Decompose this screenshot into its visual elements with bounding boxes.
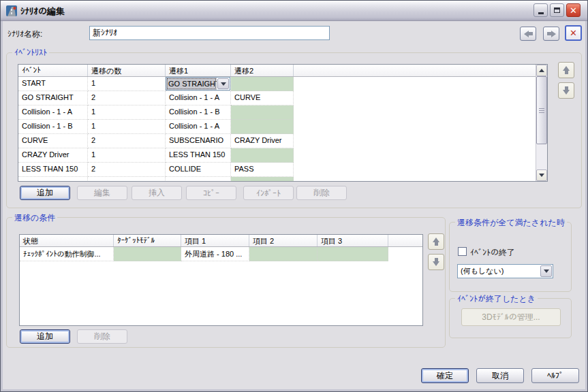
- table-cell[interactable]: 1: [88, 105, 166, 120]
- vertical-scrollbar[interactable]: [536, 65, 547, 181]
- table-cell[interactable]: [166, 177, 231, 182]
- action-button: 編集: [77, 186, 127, 200]
- action-button: 削除: [77, 329, 127, 344]
- move-up-button[interactable]: [558, 62, 574, 78]
- table-cell[interactable]: [231, 177, 294, 182]
- table-cell[interactable]: 1: [88, 77, 166, 91]
- table-row[interactable]: Collision - 1 - A1Collision - 1 - B: [18, 105, 547, 120]
- table-cell[interactable]: [231, 148, 294, 163]
- table-cell[interactable]: SUBSCENARIO: [166, 134, 231, 148]
- table-cell[interactable]: [114, 247, 181, 261]
- table-cell[interactable]: CURVE: [231, 91, 294, 105]
- combobox-dropdown-button[interactable]: [217, 78, 229, 89]
- red-x-button[interactable]: ✕: [565, 25, 582, 41]
- table-row[interactable]: START1GO STRAIGHT: [18, 77, 547, 91]
- action-button: 挿入: [131, 186, 182, 200]
- table-cell[interactable]: LESS THAN 150: [166, 148, 231, 163]
- chevron-down-icon: [221, 82, 226, 86]
- table-cell[interactable]: Collision - 1 - B: [166, 105, 231, 120]
- table-cell[interactable]: [231, 120, 294, 134]
- forward-button[interactable]: [543, 27, 559, 41]
- table-row[interactable]: [18, 177, 547, 182]
- table-cell[interactable]: [231, 77, 294, 91]
- column-header[interactable]: 遷移の数: [88, 65, 166, 76]
- table-cell[interactable]: [318, 247, 388, 261]
- table-cell[interactable]: 1: [88, 148, 166, 163]
- close-button[interactable]: ✕: [566, 3, 581, 17]
- column-header[interactable]: 遷移2: [231, 65, 294, 76]
- column-header[interactable]: ｲﾍﾞﾝﾄ: [18, 65, 88, 76]
- table-cell[interactable]: 2: [88, 134, 166, 148]
- table-row[interactable]: LESS THAN 1502COLLIDEPASS: [18, 163, 547, 177]
- conditions-table[interactable]: 状態ﾀｰｹﾞｯﾄﾓﾃﾞﾙ項目 1項目 2項目 3 ﾁｪｯｸﾎﾟｲﾝﾄの動作制御.…: [19, 234, 423, 326]
- table-cell[interactable]: CURVE: [18, 134, 88, 148]
- chevron-up-icon: [539, 69, 544, 72]
- event-end-checkbox[interactable]: [458, 247, 467, 256]
- table-cell[interactable]: 2: [88, 91, 166, 105]
- event-table-header[interactable]: ｲﾍﾞﾝﾄ遷移の数遷移1遷移2: [18, 65, 547, 77]
- add-button[interactable]: 追加: [20, 329, 70, 344]
- table-row[interactable]: ﾁｪｯｸﾎﾟｲﾝﾄの動作制御...外周道路 - 180 ...: [20, 247, 422, 261]
- table-cell[interactable]: Collision - 1 - A: [166, 91, 231, 105]
- do-nothing-select[interactable]: (何もしない): [457, 264, 553, 278]
- table-cell[interactable]: [231, 105, 294, 120]
- scrollbar-thumb[interactable]: [536, 76, 547, 144]
- table-cell[interactable]: [249, 247, 318, 261]
- table-cell[interactable]: COLLIDE: [166, 163, 231, 177]
- move-down-button[interactable]: [428, 254, 444, 270]
- table-row[interactable]: Collision - 1 - B1Collision - 1 - A: [18, 120, 547, 134]
- table-cell[interactable]: GO STRAIGHT: [166, 77, 231, 91]
- conditions-group-title: 遷移の条件: [12, 212, 57, 224]
- table-cell[interactable]: 外周道路 - 180 ...: [181, 247, 249, 261]
- table-cell[interactable]: CRAZY Driver: [231, 134, 294, 148]
- conditions-table-header[interactable]: 状態ﾀｰｹﾞｯﾄﾓﾃﾞﾙ項目 1項目 2項目 3: [20, 235, 422, 247]
- table-cell[interactable]: START: [18, 77, 88, 91]
- maximize-button[interactable]: [550, 3, 564, 17]
- manage-3d-models-button: 3Dﾓﾃﾞﾙの管理...: [461, 308, 561, 326]
- table-cell[interactable]: Collision - 1 - A: [18, 105, 88, 120]
- table-cell[interactable]: [88, 177, 166, 182]
- table-cell[interactable]: LESS THAN 150: [18, 163, 88, 177]
- move-down-button[interactable]: [558, 82, 574, 99]
- table-row[interactable]: GO STRAIGHT2Collision - 1 - ACURVE: [18, 91, 547, 105]
- table-cell[interactable]: Collision - 1 - A: [166, 120, 231, 134]
- scenario-edit-dialog: ｼﾅﾘｵの編集 ✕ ｼﾅﾘｵ名称: ✕ ｲﾍﾞﾝﾄﾘｽﾄ ｲﾍﾞﾝﾄ遷移の数遷移…: [0, 0, 588, 392]
- select-dropdown-button[interactable]: [540, 265, 552, 277]
- table-cell[interactable]: GO STRAIGHT: [18, 91, 88, 105]
- transition-combobox[interactable]: GO STRAIGHT: [166, 77, 230, 91]
- column-header[interactable]: 遷移1: [166, 65, 231, 76]
- minimize-icon: [538, 12, 544, 14]
- table-row[interactable]: CRAZY Driver1LESS THAN 150: [18, 148, 547, 163]
- table-row[interactable]: CURVE2SUBSCENARIOCRAZY Driver: [18, 134, 547, 148]
- grip-icon: [539, 110, 544, 111]
- move-up-button[interactable]: [428, 233, 444, 250]
- table-cell[interactable]: ﾁｪｯｸﾎﾟｲﾝﾄの動作制御...: [20, 247, 114, 261]
- ok-button[interactable]: 確定: [421, 368, 469, 383]
- table-cell[interactable]: 1: [88, 120, 166, 134]
- column-header[interactable]: 状態: [20, 235, 114, 246]
- table-cell[interactable]: PASS: [231, 163, 294, 177]
- column-header[interactable]: 項目 1: [181, 235, 249, 246]
- help-button[interactable]: ﾍﾙﾌﾟ: [531, 368, 579, 383]
- scrollbar-down-button[interactable]: [536, 169, 547, 181]
- arrow-up-icon: [563, 66, 570, 74]
- column-header[interactable]: ﾀｰｹﾞｯﾄﾓﾃﾞﾙ: [114, 235, 181, 246]
- table-cell-filler: [294, 163, 547, 177]
- titlebar[interactable]: ｼﾅﾘｵの編集 ✕: [1, 1, 587, 21]
- column-header[interactable]: 項目 2: [249, 235, 318, 246]
- minimize-button[interactable]: [533, 3, 548, 17]
- table-cell[interactable]: Collision - 1 - B: [18, 120, 88, 134]
- table-cell-filler: [294, 77, 547, 91]
- table-cell[interactable]: CRAZY Driver: [18, 148, 88, 163]
- table-cell-filler: [294, 148, 547, 163]
- table-cell[interactable]: [18, 177, 88, 182]
- add-button[interactable]: 追加: [20, 186, 70, 200]
- event-table-rows: START1GO STRAIGHTGO STRAIGHT2Collision -…: [18, 77, 547, 182]
- table-cell[interactable]: 2: [88, 163, 166, 177]
- event-table[interactable]: ｲﾍﾞﾝﾄ遷移の数遷移1遷移2 START1GO STRAIGHTGO STRA…: [18, 64, 548, 182]
- scenario-name-input[interactable]: [89, 26, 330, 40]
- cancel-button[interactable]: 取消: [476, 368, 524, 383]
- column-header[interactable]: 項目 3: [318, 235, 388, 246]
- back-button[interactable]: [520, 27, 536, 41]
- scrollbar-up-button[interactable]: [536, 65, 547, 76]
